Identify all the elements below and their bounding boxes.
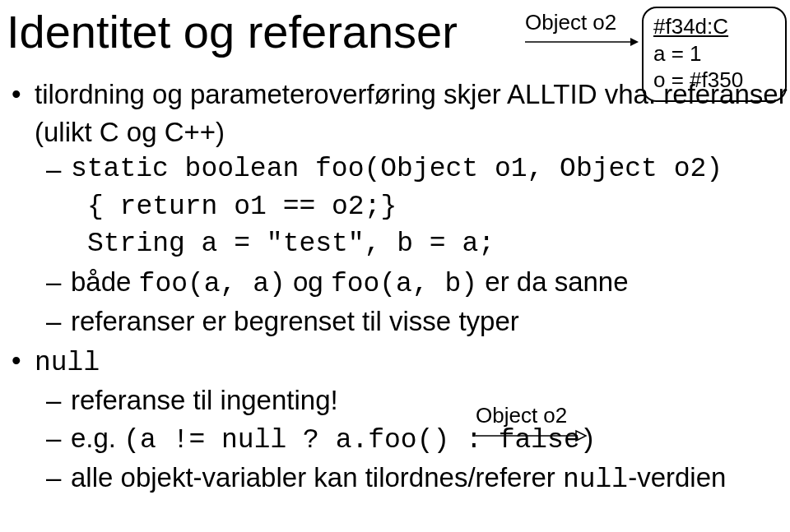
svg-marker-1 bbox=[630, 38, 639, 46]
code-line-3: String a = "test", b = a; bbox=[7, 225, 790, 263]
arrow-right-icon bbox=[525, 36, 640, 48]
bullet-null-assign: alle objekt-variabler kan tilordnes/refe… bbox=[7, 459, 790, 499]
slide-content: tilordning og parameteroverføring skjer … bbox=[7, 74, 790, 499]
code-foo-ab: foo(a, b) bbox=[331, 269, 477, 299]
text-and: og bbox=[286, 266, 331, 297]
arrow-right-icon bbox=[476, 429, 591, 442]
bullet-ref-limited: referanser er begrenset til visse typer bbox=[7, 303, 790, 340]
code-foo-aa: foo(a, a) bbox=[139, 269, 286, 299]
box-line-a: a = 1 bbox=[653, 40, 777, 67]
text-value: -verdien bbox=[628, 462, 726, 493]
page-title: Identitet og referanser bbox=[7, 5, 458, 58]
bullet-assignment: tilordning og parameteroverføring skjer … bbox=[7, 76, 790, 150]
bullet-null-eg: e.g. (a != null ? a.foo() : false) bbox=[7, 419, 790, 460]
code-line-2: { return o1 == o2;} bbox=[7, 188, 790, 226]
bullet-null: null bbox=[7, 342, 790, 382]
box-line-classid: #f34d:C bbox=[653, 13, 777, 40]
text-true: er da sanne bbox=[477, 266, 628, 297]
code-line-1: static boolean foo(Object o1, Object o2) bbox=[71, 150, 790, 188]
arrow-label: Object o2 bbox=[525, 10, 616, 35]
code-null-word: null bbox=[563, 465, 628, 495]
text-both: både bbox=[71, 266, 139, 297]
text-allvars: alle objekt-variabler kan tilordnes/refe… bbox=[71, 462, 563, 493]
null-arrow-label: Object o2 bbox=[476, 403, 567, 428]
text-eg: e.g. bbox=[71, 423, 123, 453]
bullet-code-foo: static boolean foo(Object o1, Object o2) bbox=[7, 150, 790, 188]
bullet-foo-true: både foo(a, a) og foo(a, b) er da sanne bbox=[7, 263, 790, 303]
bullet-null-nothing: referanse til ingenting! bbox=[7, 382, 790, 419]
